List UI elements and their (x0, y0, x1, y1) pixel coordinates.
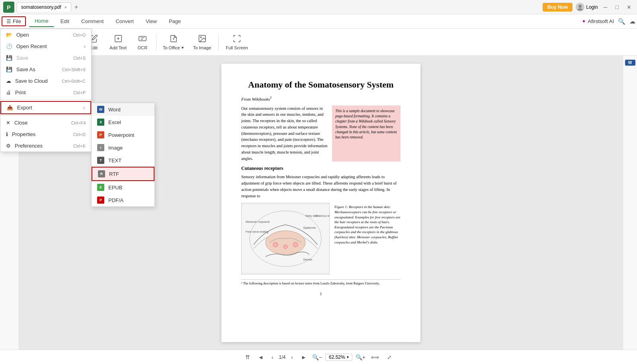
tab-page[interactable]: Page (163, 16, 186, 27)
save-cloud-shortcut: Ctrl+Shift+C (62, 79, 86, 84)
pdf-title: Anatomy of the Somatosensory System (241, 80, 401, 90)
maximize-button[interactable]: □ (613, 4, 621, 10)
to-image-icon (198, 34, 207, 44)
to-office-dropdown-icon: ▼ (181, 46, 184, 50)
add-text-icon (114, 34, 123, 44)
pdf-from: From Wikibooks1 (241, 95, 401, 101)
zoom-out-button[interactable]: 🔍− (312, 354, 322, 360)
svg-point-17 (293, 242, 298, 247)
close-tab-btn[interactable]: × (64, 5, 67, 10)
ocr-button[interactable]: OCR (132, 31, 153, 54)
pdf-page-number: 1 (241, 292, 401, 296)
menu-item-print[interactable]: 🖨 Print Ctrl+P (0, 87, 91, 98)
export-epub-label: EPUB (108, 185, 122, 191)
open-recent-arrow: › (84, 43, 86, 49)
export-icon: 📤 (7, 105, 13, 111)
export-submenu: W Word X Excel P Powerpoint I Image T TE… (91, 103, 155, 207)
pdf-sample-note: This is a sample document to showcase pa… (332, 105, 401, 162)
export-word-label: Word (108, 107, 121, 113)
menu-item-export[interactable]: 📤 Export › (0, 101, 91, 114)
active-tab[interactable]: somatosensory.pdf × (17, 2, 71, 12)
ai-star-icon: ✦ (582, 18, 586, 24)
excel-icon: X (97, 119, 104, 126)
file-menu-button[interactable]: ☰ File (2, 16, 26, 26)
full-screen-label: Full Screen (226, 45, 248, 50)
login-label: Login (586, 4, 598, 10)
menu-item-preferences[interactable]: ⚙ Preferences Ctrl+K (0, 140, 91, 152)
save-as-icon: 💾 (6, 66, 12, 72)
menu-right: ✦ Afirstsoft AI 🔍 ☁ (582, 18, 635, 25)
svg-rect-6 (139, 36, 146, 41)
svg-point-2 (578, 5, 582, 8)
tab-edit[interactable]: Edit (55, 16, 75, 27)
menu-item-open[interactable]: 📂 Open Ctrl+O (0, 29, 91, 41)
tab-comment[interactable]: Comment (76, 16, 109, 27)
menu-separator-2 (0, 115, 91, 116)
ocr-icon (138, 34, 147, 44)
tab-view[interactable]: View (140, 16, 162, 27)
menu-bar: ☰ File Home Edit Comment Convert View Pa… (0, 14, 637, 29)
menu-item-open-recent[interactable]: 🕐 Open Recent › (0, 41, 91, 52)
add-tab-btn[interactable]: + (72, 4, 80, 11)
close-file-icon: ✕ (6, 120, 10, 126)
save-label: Save (16, 55, 28, 61)
search-button[interactable]: 🔍 (618, 18, 625, 25)
export-powerpoint-item[interactable]: P Powerpoint (92, 128, 154, 141)
next-page-button[interactable]: ► (299, 353, 309, 361)
file-menu-dropdown: 📂 Open Ctrl+O 🕐 Open Recent › 💾 Save Ctr… (0, 29, 92, 152)
prev-single-button[interactable]: ‹ (269, 353, 276, 361)
first-page-button[interactable]: ⇈ (243, 353, 252, 361)
pdfa-icon: P (97, 197, 104, 204)
buy-now-button[interactable]: Buy Now (543, 3, 573, 12)
tab-home[interactable]: Home (29, 16, 54, 27)
minimize-button[interactable]: ─ (601, 4, 610, 10)
next-single-button[interactable]: › (289, 353, 295, 361)
tab-convert[interactable]: Convert (110, 16, 139, 27)
full-screen-button[interactable]: Full Screen (222, 31, 252, 54)
to-office-button[interactable]: To Office ▼ (160, 31, 188, 54)
save-shortcut: Ctrl+S (73, 56, 86, 60)
menu-item-save-as[interactable]: 💾 Save As Ctrl+Shift+S (0, 64, 91, 75)
export-epub-item[interactable]: E EPUB (92, 181, 154, 194)
prev-page-button[interactable]: ◄ (256, 353, 266, 361)
svg-point-3 (578, 8, 582, 10)
export-text-item[interactable]: T TEXT (92, 154, 154, 167)
zoom-dropdown-icon: ▾ (347, 355, 349, 359)
to-image-button[interactable]: To Image (189, 31, 215, 54)
pdf-col-left: Our somatosensory system consists of sen… (241, 105, 328, 162)
text-export-icon: T (97, 157, 104, 164)
svg-point-14 (266, 231, 305, 255)
zoom-display[interactable]: 62.52% ▾ (325, 354, 352, 361)
fit-page-button[interactable]: ⤢ (385, 353, 394, 361)
open-label: Open (16, 32, 29, 38)
recent-icon: 🕐 (6, 43, 12, 49)
zoom-in-button[interactable]: 🔍+ (356, 354, 365, 360)
preferences-shortcut: Ctrl+K (73, 144, 86, 148)
close-button[interactable]: ✕ (624, 4, 634, 10)
menu-item-properties[interactable]: ℹ Properties Ctrl+D (0, 128, 91, 140)
export-pdfa-item[interactable]: P PDF/A (92, 194, 154, 206)
svg-point-8 (200, 37, 201, 38)
hamburger-icon: ☰ (6, 18, 11, 24)
svg-point-16 (283, 245, 287, 249)
word-badge[interactable]: W (625, 60, 635, 66)
ai-button[interactable]: ✦ Afirstsoft AI (582, 18, 614, 24)
export-word-item[interactable]: W Word (92, 103, 154, 116)
toolbar: Hand Select Highlight ▼ Edit Add Text (0, 29, 637, 56)
fit-width-button[interactable]: ⟺ (369, 353, 381, 361)
menu-item-save-cloud[interactable]: ☁ Save to Cloud Ctrl+Shift+C (0, 75, 91, 87)
to-office-icon (169, 34, 178, 44)
file-label: File (13, 18, 21, 24)
save-icon: 💾 (6, 55, 12, 61)
menu-separator-1 (0, 99, 91, 100)
export-excel-item[interactable]: X Excel (92, 116, 154, 128)
ocr-label: OCR (138, 45, 147, 50)
export-rtf-item[interactable]: R RTF (92, 167, 154, 181)
ai-label: Afirstsoft AI (588, 18, 614, 24)
export-image-item[interactable]: I Image (92, 141, 154, 154)
cloud-upload-button[interactable]: ☁ (629, 18, 635, 25)
export-arrow: › (83, 105, 85, 111)
menu-item-close[interactable]: ✕ Close Ctrl+F4 (0, 117, 91, 128)
login-button[interactable]: Login (576, 3, 598, 12)
add-text-button[interactable]: Add Text (106, 31, 131, 54)
